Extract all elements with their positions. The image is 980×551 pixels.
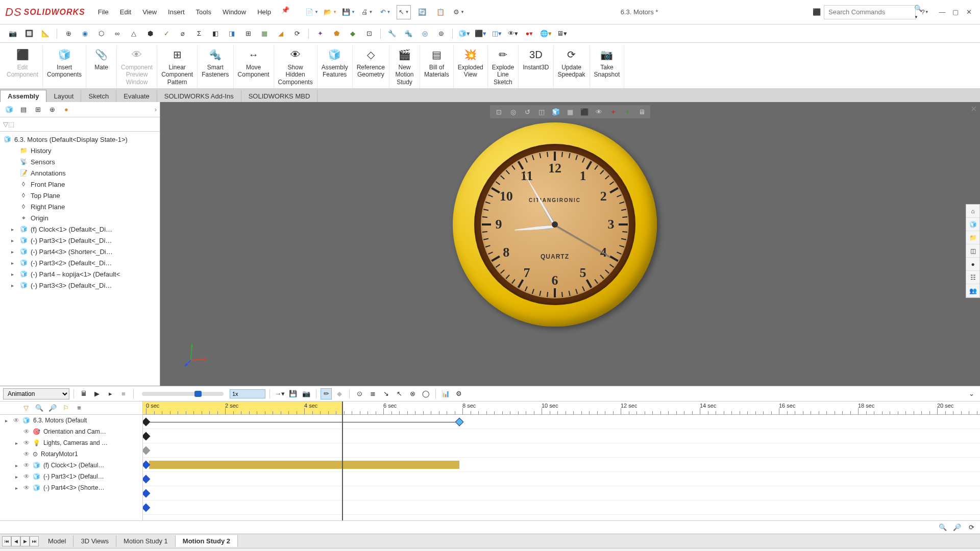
tree-item[interactable]: ◊Top Plane — [9, 190, 159, 201]
clock-model[interactable]: CITIANGIRONIC QUARTZ 121234567891011 — [453, 122, 657, 327]
filter-sel-icon[interactable]: 🔎 — [47, 403, 58, 414]
tool-icon-12[interactable]: ⊞ — [241, 27, 255, 40]
menu-insert[interactable]: Insert — [163, 6, 190, 18]
zoom-out-tl-icon[interactable]: 🔎 — [951, 522, 963, 533]
fm-prop-icon[interactable]: ▤ — [17, 104, 30, 116]
ribbon-take[interactable]: 📷TakeSnapshot — [590, 45, 625, 88]
render-icon[interactable]: 🖥 — [636, 106, 647, 117]
keyframe[interactable] — [143, 474, 150, 483]
tab-evaluate[interactable]: Evaluate — [116, 90, 157, 102]
timeline-row[interactable] — [143, 443, 980, 458]
tool-icon-21[interactable]: 🔩 — [402, 27, 415, 40]
motor-button[interactable]: ⊙ — [354, 388, 365, 399]
collapse-motion-icon[interactable]: ⌄ — [966, 388, 977, 399]
motion-tree-item[interactable]: ▸👁🧊(-) Part4<3> (Shorte… — [0, 482, 142, 493]
keyframe[interactable] — [143, 446, 150, 455]
timeline-row[interactable] — [143, 486, 980, 500]
gravity-button[interactable]: ⊗ — [407, 388, 418, 399]
play-button[interactable]: ▸ — [105, 388, 116, 399]
zoom-area-icon[interactable]: ◎ — [507, 106, 519, 117]
undo-button[interactable]: ↶▼ — [378, 5, 393, 19]
addkey-button[interactable]: ◆ — [334, 388, 345, 399]
appearance-icon[interactable]: ●▾ — [523, 27, 536, 40]
search-input[interactable] — [828, 8, 914, 16]
view-orient-icon[interactable]: 🧊 — [550, 106, 561, 117]
playback-speed[interactable] — [230, 389, 265, 398]
task-appear-icon[interactable]: ● — [966, 258, 979, 271]
filter-orient-icon[interactable]: ▽ — [20, 403, 32, 414]
timeline-row[interactable] — [143, 472, 980, 486]
panel-expand-icon[interactable]: › — [155, 106, 157, 113]
tool-icon-25[interactable]: ⬛▾ — [474, 27, 487, 40]
settings-button[interactable]: ⚙▼ — [452, 5, 466, 19]
menu-view[interactable]: View — [137, 6, 162, 18]
autokey-button[interactable]: ✏ — [321, 388, 332, 399]
motion-tree-item[interactable]: ▸👁🧊(f) Clock<1> (Defaul… — [0, 460, 142, 471]
tool-icon-24[interactable]: 🧊▾ — [457, 27, 471, 40]
apply-scene-icon[interactable]: ✦ — [607, 106, 619, 117]
tool-icon-22[interactable]: ◎ — [418, 27, 431, 40]
tool-icon-11[interactable]: ◨ — [225, 27, 238, 40]
ribbon-assembly[interactable]: 🧊AssemblyFeatures — [317, 45, 353, 88]
fm-config-icon[interactable]: ⊞ — [32, 104, 44, 116]
tool-icon-20[interactable]: 🔧 — [385, 27, 399, 40]
ribbon-reference[interactable]: ◇ReferenceGeometry — [353, 45, 389, 88]
ribbon-explode[interactable]: ✏ExplodeLineSketch — [488, 45, 519, 88]
tool-icon-16[interactable]: ✦ — [313, 27, 327, 40]
edit-appear-icon[interactable]: 👁 — [593, 106, 604, 117]
task-forum-icon[interactable]: 👥 — [966, 284, 979, 297]
zoom-fit-icon[interactable]: ⊡ — [493, 106, 504, 117]
tab-assembly[interactable]: Assembly — [0, 90, 46, 102]
screenshot-icon[interactable]: 📷 — [6, 27, 19, 40]
tab-solidworks-add-ins[interactable]: SOLIDWORKS Add-Ins — [157, 90, 241, 102]
motion-tree-item[interactable]: 👁🎯Orientation and Cam… — [0, 426, 142, 437]
tab-layout[interactable]: Layout — [46, 90, 81, 102]
rebuild-button[interactable]: 🔄 — [415, 5, 429, 19]
sigma-icon[interactable]: Σ — [192, 27, 206, 40]
menu-file[interactable]: File — [93, 6, 114, 18]
calc-button[interactable]: 🖩 — [78, 388, 89, 399]
force-button[interactable]: ↖ — [394, 388, 405, 399]
tree-item[interactable]: ▸🧊(-) Part4<3> (Shorter<_Di… — [9, 246, 159, 257]
study-type-select[interactable]: Animation — [3, 388, 69, 399]
tab-sketch[interactable]: Sketch — [81, 90, 116, 102]
section-view-icon[interactable]: ◫ — [536, 106, 547, 117]
filter-icon[interactable]: ▽⬚ — [3, 120, 14, 128]
ribbon-move[interactable]: ↔MoveComponent — [234, 45, 274, 88]
keyframe[interactable] — [143, 432, 150, 440]
tool-icon-4[interactable]: ⬡ — [94, 27, 108, 40]
tool-icon-9[interactable]: ⌀ — [176, 27, 189, 40]
tree-root[interactable]: 🧊 6.3. Motors (Default<Display State-1>) — [1, 134, 159, 145]
tool-icon-1[interactable]: 📐 — [39, 27, 52, 40]
loop-button[interactable]: →▾ — [274, 388, 285, 399]
viewport-close-icon[interactable]: ✕ — [970, 104, 977, 114]
keyframe[interactable] — [143, 503, 150, 512]
ribbon-show[interactable]: 👁ShowHiddenComponents — [274, 45, 317, 88]
keyframe[interactable] — [143, 417, 150, 426]
ribbon-mate[interactable]: 📎Mate — [86, 45, 117, 88]
task-prop-icon[interactable]: ☷ — [966, 271, 979, 284]
tool-icon-19[interactable]: ⊡ — [362, 27, 376, 40]
menu-window[interactable]: Window — [217, 6, 251, 18]
bottom-tab-motion-study-1[interactable]: Motion Study 1 — [116, 535, 176, 547]
tool-icon-17[interactable]: ⬟ — [330, 27, 343, 40]
time-slider[interactable] — [142, 392, 224, 396]
fm-dim-icon[interactable]: ⊕ — [46, 104, 58, 116]
motion-tree-item[interactable]: ▸👁💡Lights, Cameras and … — [0, 437, 142, 448]
tool-icon-7[interactable]: ⬢ — [143, 27, 157, 40]
open-doc-button[interactable]: 📂▼ — [323, 5, 337, 19]
menu-edit[interactable]: Edit — [115, 6, 136, 18]
tree-item[interactable]: 📁History — [9, 145, 159, 156]
bottom-tab-motion-study-2[interactable]: Motion Study 2 — [176, 535, 238, 547]
maximize-button[interactable]: ▢ — [949, 6, 962, 18]
fm-display-icon[interactable]: ● — [60, 104, 72, 116]
task-view-icon[interactable]: ◫ — [966, 244, 979, 258]
menu-help[interactable]: Help — [252, 6, 276, 18]
task-home-icon[interactable]: ⌂ — [966, 205, 979, 218]
tab-last-icon[interactable]: ⏭ — [30, 536, 39, 546]
3d-viewport[interactable]: ✕ ⊡ ◎ ↺ ◫ 🧊 ▦ ⬛ 👁 ✦ ✦ 🖥 CITIANGIRONIC QU… — [160, 102, 980, 386]
eye-icon[interactable]: 👁▾ — [506, 27, 520, 40]
tree-item[interactable]: ▸🧊(-) Part3<3> (Default<_Di… — [9, 280, 159, 291]
tool-icon-18[interactable]: ◆ — [346, 27, 359, 40]
tool-icon-3[interactable]: ◉ — [78, 27, 91, 40]
